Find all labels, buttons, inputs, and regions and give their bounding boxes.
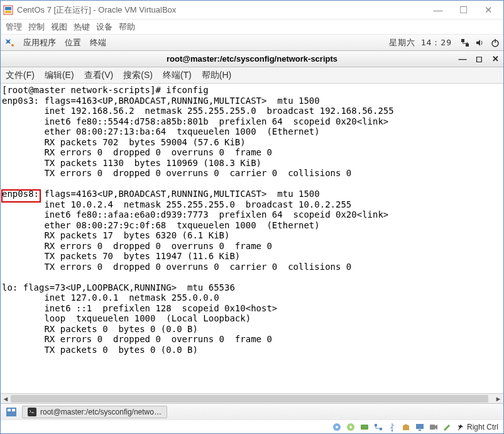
gnome-places[interactable]: 位置 bbox=[65, 37, 81, 48]
vbox-maximize-button[interactable]: ☐ bbox=[451, 4, 476, 16]
terminal-titlebar[interactable]: root@master:/etc/sysconfig/network-scrip… bbox=[1, 51, 503, 67]
scroll-thumb[interactable] bbox=[11, 395, 488, 403]
term-menu-view[interactable]: 查看(V) bbox=[84, 70, 114, 81]
svg-rect-2 bbox=[5, 11, 11, 13]
terminal-title: root@master:/etc/sysconfig/network-scrip… bbox=[167, 54, 337, 64]
term-menu-edit[interactable]: 编辑(E) bbox=[45, 70, 74, 81]
power-icon[interactable] bbox=[491, 38, 500, 47]
svg-rect-20 bbox=[416, 424, 424, 429]
svg-point-15 bbox=[349, 426, 352, 428]
svg-rect-10 bbox=[12, 409, 15, 411]
svg-rect-17 bbox=[375, 424, 377, 426]
taskbar-entry-label: root@master:/etc/sysconfig/netwo… bbox=[40, 408, 162, 416]
status-disk-icon[interactable] bbox=[332, 423, 341, 431]
vbox-menu-hotkey[interactable]: 热键 bbox=[74, 21, 90, 33]
vbox-titlebar[interactable]: CentOs 7 [正在运行] - Oracle VM VirtualBox —… bbox=[1, 1, 503, 19]
status-hdd-icon[interactable] bbox=[360, 423, 369, 431]
svg-rect-1 bbox=[5, 7, 11, 10]
terminal-icon bbox=[28, 408, 36, 416]
scroll-track[interactable] bbox=[11, 394, 493, 404]
vbox-close-button[interactable]: ✕ bbox=[476, 4, 501, 16]
vbox-status-bar: Right Ctrl bbox=[1, 420, 503, 433]
vbox-window-title: CentOs 7 [正在运行] - Oracle VM VirtualBox bbox=[17, 4, 425, 16]
vbox-logo-icon bbox=[3, 5, 13, 15]
term-menu-help[interactable]: 帮助(H) bbox=[202, 70, 231, 81]
term-maximize-button[interactable]: ◻ bbox=[474, 54, 483, 64]
status-display-icon[interactable] bbox=[415, 423, 424, 431]
vbox-menubar: 管理 控制 视图 热键 设备 帮助 bbox=[1, 19, 503, 35]
svg-rect-4 bbox=[461, 39, 464, 42]
svg-point-19 bbox=[392, 430, 393, 431]
terminal-menubar: 文件(F) 编辑(E) 查看(V) 搜索(S) 终端(T) 帮助(H) bbox=[1, 67, 503, 84]
gnome-applications[interactable]: 应用程序 bbox=[23, 37, 56, 48]
taskbar-entry-terminal[interactable]: root@master:/etc/sysconfig/netwo… bbox=[22, 406, 167, 418]
gnome-top-bar: 应用程序 位置 终端 星期六 14：29 bbox=[1, 35, 503, 51]
terminal-window: root@master:/etc/sysconfig/network-scrip… bbox=[1, 51, 503, 403]
chevron-down-icon bbox=[457, 423, 464, 431]
term-menu-search[interactable]: 搜索(S) bbox=[123, 70, 153, 81]
highlight-annotation bbox=[1, 189, 41, 203]
hostkey-text: Right Ctrl bbox=[467, 423, 498, 431]
svg-rect-9 bbox=[8, 409, 11, 411]
svg-point-3 bbox=[11, 44, 14, 47]
svg-rect-16 bbox=[361, 425, 368, 430]
term-close-button[interactable]: ✕ bbox=[491, 54, 500, 64]
status-mouse-icon[interactable] bbox=[443, 423, 452, 431]
network-icon[interactable] bbox=[461, 38, 469, 47]
volume-icon[interactable] bbox=[476, 38, 485, 47]
vbox-menu-view[interactable]: 视图 bbox=[51, 21, 67, 33]
vbox-menu-control[interactable]: 控制 bbox=[28, 21, 45, 33]
vbox-menu-help[interactable]: 帮助 bbox=[119, 21, 135, 33]
scroll-right-icon[interactable]: ► bbox=[493, 395, 503, 403]
vbox-minimize-button[interactable]: — bbox=[425, 4, 451, 16]
svg-rect-22 bbox=[430, 425, 435, 430]
status-shared-icon[interactable] bbox=[402, 423, 410, 431]
term-menu-file[interactable]: 文件(F) bbox=[6, 70, 35, 81]
vbox-menu-manage[interactable]: 管理 bbox=[6, 21, 22, 33]
svg-rect-5 bbox=[466, 43, 469, 47]
svg-rect-7 bbox=[495, 39, 495, 43]
svg-rect-21 bbox=[419, 430, 421, 431]
svg-point-13 bbox=[336, 426, 338, 428]
scroll-left-icon[interactable]: ◄ bbox=[1, 395, 11, 403]
gnome-activities-icon[interactable] bbox=[4, 38, 14, 48]
term-minimize-button[interactable]: — bbox=[458, 54, 467, 64]
hostkey-indicator[interactable]: Right Ctrl bbox=[457, 423, 498, 431]
vbox-menu-device[interactable]: 设备 bbox=[96, 21, 112, 33]
gnome-clock[interactable]: 星期六 14：29 bbox=[389, 37, 452, 48]
status-usb-icon[interactable] bbox=[388, 423, 397, 431]
show-desktop-button[interactable] bbox=[4, 406, 18, 418]
status-record-icon[interactable] bbox=[429, 423, 438, 431]
terminal-scrollbar-h[interactable]: ◄ ► bbox=[1, 393, 503, 403]
gnome-taskbar: root@master:/etc/sysconfig/netwo… bbox=[1, 403, 503, 420]
term-menu-terminal[interactable]: 终端(T) bbox=[163, 70, 192, 81]
gnome-terminal-launcher[interactable]: 终端 bbox=[90, 37, 106, 48]
status-network-icon[interactable] bbox=[374, 423, 383, 431]
terminal-body[interactable]: [root@master network-scripts]# ifconfig … bbox=[1, 84, 503, 393]
status-optical-icon[interactable] bbox=[346, 423, 355, 431]
svg-rect-11 bbox=[28, 408, 36, 416]
